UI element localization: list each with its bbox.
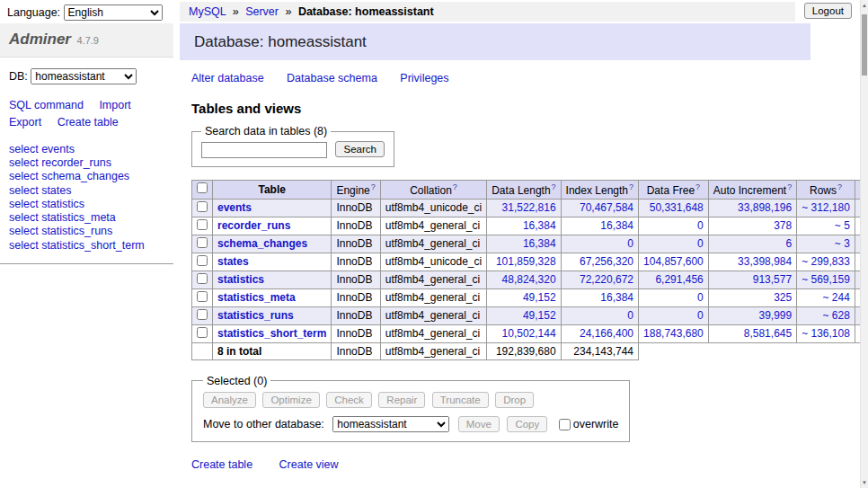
data-free-link[interactable]: 104,857,600 bbox=[643, 255, 704, 268]
data-free-link[interactable]: 188,743,680 bbox=[643, 327, 704, 340]
overwrite-checkbox[interactable] bbox=[559, 419, 571, 430]
row-checkbox[interactable] bbox=[197, 201, 208, 212]
table-link[interactable]: statistics bbox=[217, 273, 264, 286]
auto-increment-link[interactable]: 39,999 bbox=[758, 309, 792, 322]
data-free-link[interactable]: 0 bbox=[697, 309, 704, 322]
sidebar-link-create-table[interactable]: Create table bbox=[58, 116, 119, 129]
scrollbar-up-arrow-icon[interactable]: ▲ bbox=[861, 0, 868, 11]
select-all-checkbox[interactable] bbox=[197, 182, 208, 193]
row-checkbox[interactable] bbox=[197, 255, 208, 266]
analyze-button[interactable]: Analyze bbox=[203, 392, 256, 408]
sidebar-item-select-recorder-runs[interactable]: select recorder_runs bbox=[9, 156, 173, 170]
data-length-link[interactable]: 16,384 bbox=[523, 219, 556, 232]
data-length-link[interactable]: 16,384 bbox=[523, 237, 556, 250]
data-free-link[interactable]: 6,291,456 bbox=[655, 273, 703, 286]
row-checkbox[interactable] bbox=[197, 327, 208, 338]
help-icon[interactable]: ? bbox=[552, 182, 556, 191]
privileges-link[interactable]: Privileges bbox=[400, 72, 448, 84]
rows-link[interactable]: ~ 569,159 bbox=[802, 273, 850, 286]
truncate-button[interactable]: Truncate bbox=[432, 392, 489, 408]
table-link[interactable]: statistics_meta bbox=[217, 291, 296, 304]
help-icon[interactable]: ? bbox=[695, 182, 700, 191]
sidebar-link-export[interactable]: Export bbox=[9, 116, 41, 129]
breadcrumb-server-link[interactable]: Server bbox=[245, 5, 279, 18]
auto-increment-link[interactable]: 33,898,196 bbox=[738, 201, 792, 214]
table-link[interactable]: recorder_runs bbox=[217, 219, 290, 232]
scrollbar-down-arrow-icon[interactable]: ▼ bbox=[861, 477, 868, 488]
table-link[interactable]: statistics_short_term bbox=[217, 327, 326, 340]
data-free-link[interactable]: 0 bbox=[697, 291, 704, 304]
auto-increment-link[interactable]: 8,581,645 bbox=[744, 327, 792, 340]
sidebar-item-select-schema-changes[interactable]: select schema_changes bbox=[9, 170, 173, 183]
copy-button[interactable]: Copy bbox=[507, 416, 547, 432]
repair-button[interactable]: Repair bbox=[378, 392, 425, 408]
rows-link[interactable]: ~ 3 bbox=[835, 237, 850, 250]
scrollbar-thumb[interactable] bbox=[862, 14, 867, 75]
data-length-link[interactable]: 31,522,816 bbox=[502, 201, 556, 214]
row-checkbox[interactable] bbox=[197, 237, 208, 248]
auto-increment-link[interactable]: 378 bbox=[774, 219, 792, 232]
table-link[interactable]: states bbox=[217, 255, 249, 268]
drop-button[interactable]: Drop bbox=[495, 392, 534, 408]
sidebar-link-sql-command[interactable]: SQL command bbox=[9, 99, 84, 111]
rows-link[interactable]: ~ 5 bbox=[835, 219, 850, 232]
row-checkbox[interactable] bbox=[197, 219, 208, 230]
table-link[interactable]: schema_changes bbox=[217, 237, 307, 250]
database-schema-link[interactable]: Database schema bbox=[287, 72, 377, 84]
sidebar-item-select-statistics-runs[interactable]: select statistics_runs bbox=[9, 225, 173, 238]
rows-link[interactable]: ~ 628 bbox=[823, 309, 850, 322]
row-checkbox[interactable] bbox=[197, 273, 208, 284]
data-length-link[interactable]: 49,152 bbox=[523, 291, 556, 304]
sidebar-item-select-statistics[interactable]: select statistics bbox=[9, 198, 173, 211]
data-free-link[interactable]: 0 bbox=[697, 237, 704, 250]
table-link[interactable]: statistics_runs bbox=[217, 309, 294, 322]
index-length-link[interactable]: 0 bbox=[627, 309, 633, 322]
alter-database-link[interactable]: Alter database bbox=[191, 72, 264, 84]
rows-link[interactable]: ~ 312,180 bbox=[802, 201, 850, 214]
data-length-link[interactable]: 101,859,328 bbox=[496, 255, 556, 268]
search-button[interactable]: Search bbox=[335, 141, 384, 157]
check-button[interactable]: Check bbox=[326, 392, 372, 408]
sidebar-item-select-statistics-short-term[interactable]: select statistics_short_term bbox=[9, 239, 173, 253]
auto-increment-link[interactable]: 325 bbox=[774, 291, 792, 304]
index-length-link[interactable]: 16,384 bbox=[600, 219, 633, 232]
logout-button[interactable]: Logout bbox=[804, 3, 852, 19]
create-view-link[interactable]: Create view bbox=[279, 458, 339, 471]
index-length-link[interactable]: 67,256,320 bbox=[580, 255, 633, 268]
rows-link[interactable]: ~ 136,108 bbox=[802, 327, 850, 340]
language-select[interactable]: English bbox=[64, 4, 163, 21]
sidebar-item-select-statistics-meta[interactable]: select statistics_meta bbox=[9, 211, 173, 225]
move-database-select[interactable]: homeassistant bbox=[332, 416, 449, 432]
row-checkbox[interactable] bbox=[197, 291, 208, 302]
auto-increment-link[interactable]: 6 bbox=[785, 237, 792, 250]
sidebar-item-select-events[interactable]: select events bbox=[9, 143, 173, 156]
breadcrumb-mysql-link[interactable]: MySQL bbox=[189, 5, 226, 18]
help-icon[interactable]: ? bbox=[837, 182, 842, 191]
row-checkbox[interactable] bbox=[197, 309, 208, 320]
data-length-link[interactable]: 49,152 bbox=[523, 309, 556, 322]
rows-link[interactable]: ~ 299,833 bbox=[802, 255, 850, 268]
search-input[interactable] bbox=[201, 142, 327, 158]
db-select[interactable]: homeassistant bbox=[31, 68, 137, 84]
vertical-scrollbar[interactable]: ▲ ▼ bbox=[860, 0, 868, 488]
index-length-link[interactable]: 72,220,672 bbox=[580, 273, 633, 286]
auto-increment-link[interactable]: 33,398,984 bbox=[738, 255, 792, 268]
index-length-link[interactable]: 16,384 bbox=[600, 291, 633, 304]
rows-link[interactable]: ~ 244 bbox=[823, 291, 850, 304]
sidebar-link-import[interactable]: Import bbox=[99, 99, 130, 111]
data-free-link[interactable]: 0 bbox=[697, 219, 704, 232]
auto-increment-link[interactable]: 913,577 bbox=[753, 273, 792, 286]
data-length-link[interactable]: 48,824,320 bbox=[502, 273, 556, 286]
help-icon[interactable]: ? bbox=[787, 182, 792, 191]
help-icon[interactable]: ? bbox=[453, 182, 457, 191]
help-icon[interactable]: ? bbox=[371, 182, 376, 191]
data-free-link[interactable]: 50,331,648 bbox=[650, 201, 704, 214]
index-length-link[interactable]: 24,166,400 bbox=[580, 327, 633, 340]
optimize-button[interactable]: Optimize bbox=[262, 392, 319, 408]
index-length-link[interactable]: 0 bbox=[627, 237, 633, 250]
move-button[interactable]: Move bbox=[458, 416, 500, 432]
table-link[interactable]: events bbox=[217, 201, 252, 214]
help-icon[interactable]: ? bbox=[629, 182, 633, 191]
index-length-link[interactable]: 70,467,584 bbox=[580, 201, 633, 214]
sidebar-item-select-states[interactable]: select states bbox=[9, 184, 173, 198]
